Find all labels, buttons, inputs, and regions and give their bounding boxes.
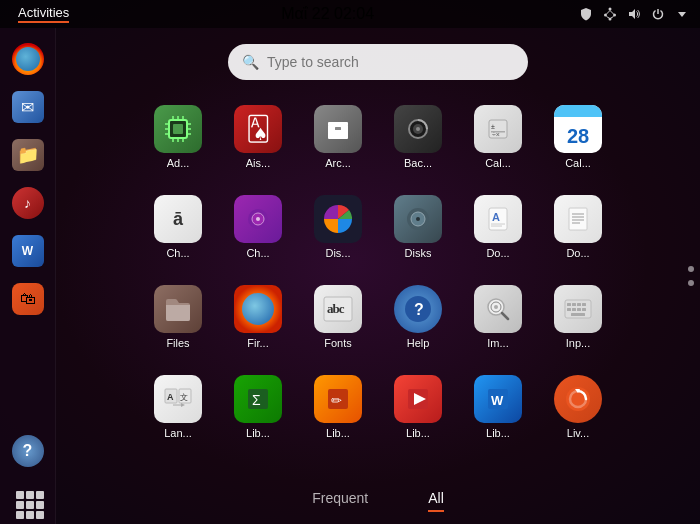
shield-icon[interactable]	[578, 6, 594, 22]
datetime: Μαΐ 22 02:04	[281, 5, 374, 23]
app-icon-calendar: 28	[554, 105, 602, 153]
app-icon-inp	[554, 285, 602, 333]
app-icon-ch1: ā	[154, 195, 202, 243]
app-icon-lan: A 文	[154, 375, 202, 423]
app-item-dis1[interactable]: Dis...	[298, 182, 378, 272]
svg-rect-60	[572, 303, 576, 306]
app-label-fonts: Fonts	[324, 337, 352, 349]
app-label-ais: Ais...	[246, 157, 270, 169]
search-input[interactable]	[267, 54, 514, 70]
app-item-fonts[interactable]: abc Fonts	[298, 272, 378, 362]
app-icon-calc: ± ÷×	[474, 105, 522, 153]
app-item-lib3[interactable]: Lib...	[378, 362, 458, 452]
svg-rect-64	[572, 308, 576, 311]
app-item-firefox[interactable]: Fir...	[218, 272, 298, 362]
app-item-calendar[interactable]: 28 Cal...	[538, 92, 618, 182]
dock-item-appstore[interactable]: 🛍	[7, 278, 49, 320]
svg-rect-61	[577, 303, 581, 306]
dock-item-writer[interactable]: W	[7, 230, 49, 272]
app-label-lib1: Lib...	[246, 427, 270, 439]
dock-item-help[interactable]: ?	[7, 430, 49, 472]
svg-line-7	[611, 17, 614, 19]
app-label-liv: Liv...	[567, 427, 589, 439]
app-label-ch2: Ch...	[246, 247, 269, 259]
search-bar[interactable]: 🔍	[228, 44, 528, 80]
activities-button[interactable]: Activities	[10, 5, 77, 23]
settings-dropdown[interactable]	[674, 6, 690, 22]
app-label-help: Help	[407, 337, 430, 349]
app-icon-files	[154, 285, 202, 333]
dock-item-files[interactable]: 📁	[7, 134, 49, 176]
app-icon-firefox	[234, 285, 282, 333]
svg-rect-59	[567, 303, 571, 306]
app-item-help[interactable]: ? Help	[378, 272, 458, 362]
svg-point-57	[494, 305, 498, 309]
svg-rect-26	[335, 127, 341, 130]
svg-point-40	[416, 217, 420, 221]
dock-item-all-apps[interactable]	[7, 482, 49, 524]
volume-icon[interactable]	[626, 6, 642, 22]
app-item-arc[interactable]: Arc...	[298, 92, 378, 182]
app-icon-fonts: abc	[314, 285, 362, 333]
app-item-lib1[interactable]: Σ Lib...	[218, 362, 298, 452]
app-item-do2[interactable]: Do...	[538, 182, 618, 272]
svg-rect-11	[173, 124, 183, 134]
app-item-files[interactable]: Files	[138, 272, 218, 362]
app-item-calc[interactable]: ± ÷× Cal...	[458, 92, 538, 182]
svg-text:÷×: ÷×	[492, 131, 500, 138]
dock-item-firefox[interactable]	[7, 38, 49, 80]
app-label-lib2: Lib...	[326, 427, 350, 439]
svg-line-6	[607, 17, 610, 19]
app-grid: Ad... 🂡 Ais... Arc...	[128, 92, 628, 452]
topbar: Activities Μαΐ 22 02:04	[0, 0, 700, 28]
app-label-do1: Do...	[486, 247, 509, 259]
app-item-ch2[interactable]: Ch...	[218, 182, 298, 272]
app-item-disks[interactable]: Disks	[378, 182, 458, 272]
dock: ✉ 📁 ♪ W 🛍 ?	[0, 28, 56, 524]
app-item-im[interactable]: Im...	[458, 272, 538, 362]
svg-point-36	[256, 217, 260, 221]
app-label-inp: Inp...	[566, 337, 590, 349]
app-item-do1[interactable]: A Do...	[458, 182, 538, 272]
app-item-liv[interactable]: Liv...	[538, 362, 618, 452]
app-item-lan[interactable]: A 文 Lan...	[138, 362, 218, 452]
svg-text:A: A	[167, 392, 174, 402]
svg-text:A: A	[492, 211, 500, 223]
app-item-ad[interactable]: Ad...	[138, 92, 218, 182]
svg-rect-66	[582, 308, 586, 311]
app-label-files: Files	[166, 337, 189, 349]
app-icon-arc	[314, 105, 362, 153]
scroll-dot-2	[688, 280, 694, 286]
app-item-ch1[interactable]: ā Ch...	[138, 182, 218, 272]
svg-text:Σ: Σ	[252, 392, 261, 408]
network-icon[interactable]	[602, 6, 618, 22]
dock-item-rhythmbox[interactable]: ♪	[7, 182, 49, 224]
app-item-ais[interactable]: 🂡 Ais...	[218, 92, 298, 182]
svg-marker-8	[629, 9, 635, 19]
app-label-ch1: Ch...	[166, 247, 189, 259]
app-item-inp[interactable]: Inp...	[538, 272, 618, 362]
svg-marker-73	[181, 403, 185, 407]
dock-item-mail[interactable]: ✉	[7, 86, 49, 128]
app-icon-lib4: W	[474, 375, 522, 423]
svg-line-4	[607, 11, 611, 15]
app-label-do2: Do...	[566, 247, 589, 259]
app-icon-lib2: ✏	[314, 375, 362, 423]
svg-rect-62	[582, 303, 586, 306]
app-label-calc: Cal...	[485, 157, 511, 169]
svg-line-5	[610, 11, 614, 15]
power-icon[interactable]	[650, 6, 666, 22]
svg-point-0	[609, 8, 612, 11]
app-item-lib4[interactable]: W Lib...	[458, 362, 538, 452]
app-item-bac[interactable]: Bac...	[378, 92, 458, 182]
topbar-icons	[578, 6, 690, 22]
app-label-bac: Bac...	[404, 157, 432, 169]
app-item-lib2[interactable]: ✏ Lib...	[298, 362, 378, 452]
app-icon-do2	[554, 195, 602, 243]
search-icon: 🔍	[242, 54, 259, 70]
svg-text:✏: ✏	[331, 393, 342, 408]
app-icon-ch2	[234, 195, 282, 243]
app-icon-lib1: Σ	[234, 375, 282, 423]
svg-text:W: W	[491, 393, 504, 408]
app-icon-ad	[154, 105, 202, 153]
